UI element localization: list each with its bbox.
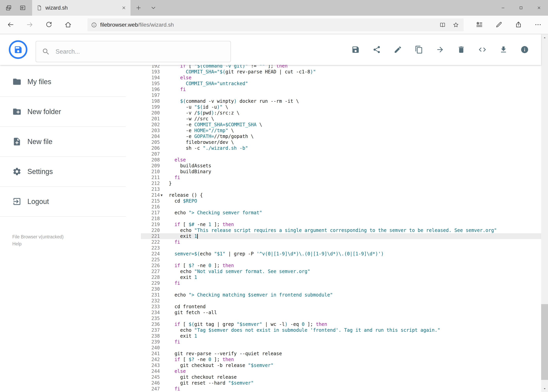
fold-arrow-icon[interactable]: ▾	[160, 192, 169, 198]
forward-button[interactable]	[24, 19, 35, 30]
code-line-192[interactable]: 192 if [ "$(command -v git)" != "" ]; th…	[141, 65, 541, 69]
back-button[interactable]	[5, 19, 16, 30]
search-input[interactable]	[55, 48, 225, 55]
minimize-button[interactable]	[494, 0, 512, 16]
new-tab-button[interactable]	[132, 0, 146, 16]
code-line-227[interactable]: 227 echo "Not valid semver format. See s…	[141, 268, 541, 274]
close-window-button[interactable]	[530, 0, 548, 16]
sidebar-item-my-files[interactable]: My files	[0, 67, 126, 97]
code-line-206[interactable]: 206 sh -c "./wizard.sh -b"	[141, 145, 541, 151]
code-line-213[interactable]: 213	[141, 186, 541, 192]
code-line-201[interactable]: 201 -w //src \	[141, 116, 541, 122]
code-line-236[interactable]: 236 if [ $(git tag | grep "$semver" | wc…	[141, 321, 541, 327]
help-link[interactable]: Help	[12, 240, 64, 247]
code-line-194[interactable]: 194 else	[141, 75, 541, 81]
code-line-219[interactable]: 219 if [ $# -ne 1 ]; then	[141, 222, 541, 227]
code-line-247[interactable]: 247 fi	[141, 386, 541, 392]
code-line-195[interactable]: 195 COMMIT_SHA="untracked"	[141, 81, 541, 86]
site-info-icon[interactable]	[91, 22, 97, 28]
code-line-204[interactable]: 204 -e GOPATH=//tmp/gopath \	[141, 133, 541, 139]
code-line-238[interactable]: 238 exit 1	[141, 333, 541, 339]
code-line-231[interactable]: 231 echo "> Checking matching $semver in…	[141, 292, 541, 298]
info-button[interactable]	[518, 43, 531, 56]
tab-preview-button[interactable]	[1, 0, 16, 16]
code-line-205[interactable]: 205 filebrowser/dev \	[141, 139, 541, 145]
tab-list-button[interactable]	[147, 0, 160, 16]
code-line-217[interactable]: 217 echo "> Checking semver format"	[141, 210, 541, 216]
save-button[interactable]	[349, 43, 362, 56]
code-line-229[interactable]: 229 fi	[141, 280, 541, 286]
delete-button[interactable]	[455, 43, 467, 56]
sidebar-item-settings[interactable]: Settings	[0, 157, 126, 187]
sidebar-item-logout[interactable]: Logout	[0, 187, 126, 217]
maximize-button[interactable]	[512, 0, 530, 16]
code-line-234[interactable]: 234 git fetch --all	[141, 310, 541, 315]
code-editor[interactable]: 192 if [ "$(command -v git)" != "" ]; th…	[141, 65, 541, 392]
refresh-button[interactable]	[43, 19, 54, 30]
code-line-223[interactable]: 223	[141, 245, 541, 251]
code-line-228[interactable]: 228 exit 1	[141, 274, 541, 280]
sidebar-item-new-folder[interactable]: New folder	[0, 97, 126, 127]
code-line-242[interactable]: 242 if [ $? -ne 0 ]; then	[141, 357, 541, 363]
more-options-button[interactable]	[532, 19, 544, 30]
scroll-down-button[interactable]	[541, 385, 548, 392]
code-line-235[interactable]: 235	[141, 315, 541, 321]
code-line-198[interactable]: 198 $(command -v winpty) docker run --rm…	[141, 98, 541, 104]
code-line-241[interactable]: 241 git rev-parse --verify --quiet relea…	[141, 351, 541, 357]
scroll-up-button[interactable]	[541, 34, 548, 41]
code-line-203[interactable]: 203 -e HOME="//tmp" \	[141, 128, 541, 133]
code-line-230[interactable]: 230	[141, 286, 541, 292]
code-line-202[interactable]: 202 -e COMMIT_SHA=$COMMIT_SHA \	[141, 122, 541, 128]
share-button[interactable]	[370, 43, 383, 56]
code-line-200[interactable]: 200 -v /$(pwd):/src:z \	[141, 110, 541, 116]
reading-view-icon[interactable]	[439, 22, 446, 28]
code-line-196[interactable]: 196 fi	[141, 86, 541, 92]
code-line-208[interactable]: 208 else	[141, 157, 541, 163]
code-line-193[interactable]: 193 COMMIT_SHA="$(git rev-parse HEAD | c…	[141, 69, 541, 75]
share-button[interactable]	[513, 19, 524, 30]
code-line-239[interactable]: 239 fi	[141, 339, 541, 345]
code-line-243[interactable]: 243 git checkout -b release "$semver"	[141, 363, 541, 368]
code-line-215[interactable]: 215 cd $REPO	[141, 198, 541, 204]
tab-close-icon[interactable]	[121, 6, 126, 10]
code-line-233[interactable]: 233 cd frontend	[141, 304, 541, 310]
raw-code-button[interactable]	[476, 43, 489, 56]
code-line-207[interactable]: 207	[141, 151, 541, 157]
code-line-212[interactable]: 212}	[141, 181, 541, 186]
code-line-199[interactable]: 199 -u "$(id -u)" \	[141, 104, 541, 110]
app-logo[interactable]	[9, 40, 28, 59]
code-line-197[interactable]: 197	[141, 92, 541, 98]
code-line-216[interactable]: 216	[141, 204, 541, 210]
address-bar[interactable]: filebrowser.web/files/wizard.sh	[87, 18, 464, 31]
favorites-hub-button[interactable]	[473, 19, 485, 30]
download-button[interactable]	[497, 43, 510, 56]
browser-tab[interactable]: wizard.sh	[32, 0, 131, 16]
web-note-button[interactable]	[493, 19, 505, 30]
code-line-225[interactable]: 225	[141, 257, 541, 263]
scrollbar-thumb[interactable]	[541, 304, 548, 380]
code-line-209[interactable]: 209 buildAssets	[141, 163, 541, 169]
code-line-240[interactable]: 240	[141, 345, 541, 351]
code-line-211[interactable]: 211 fi	[141, 175, 541, 181]
code-line-224[interactable]: 224 semver=$(echo "$1" | grep -P '^v(0|[…	[141, 251, 541, 257]
copy-button[interactable]	[413, 43, 425, 56]
code-line-246[interactable]: 246 git reset --hard "$semver"	[141, 380, 541, 386]
code-line-221[interactable]: 221 exit 1	[141, 233, 541, 239]
home-button[interactable]	[62, 19, 74, 30]
set-aside-tabs-button[interactable]	[16, 0, 30, 16]
code-line-222[interactable]: 222 fi	[141, 239, 541, 245]
code-line-244[interactable]: 244 else	[141, 368, 541, 374]
move-button[interactable]	[434, 43, 446, 56]
code-line-232[interactable]: 232	[141, 298, 541, 304]
code-line-220[interactable]: 220 echo "This release script requires a…	[141, 227, 541, 233]
page-scrollbar[interactable]	[541, 34, 548, 392]
code-line-237[interactable]: 237 echo "Tag $semver does not exist in …	[141, 327, 541, 333]
code-line-226[interactable]: 226 if [ $? -ne 0 ]; then	[141, 263, 541, 268]
code-line-245[interactable]: 245 git checkout release	[141, 374, 541, 380]
edit-button[interactable]	[391, 43, 404, 56]
code-line-218[interactable]: 218	[141, 216, 541, 222]
favorite-star-icon[interactable]	[453, 22, 459, 28]
code-line-210[interactable]: 210 buildBinary	[141, 169, 541, 175]
sidebar-item-new-file[interactable]: New file	[0, 127, 126, 157]
search-box[interactable]	[36, 41, 231, 62]
